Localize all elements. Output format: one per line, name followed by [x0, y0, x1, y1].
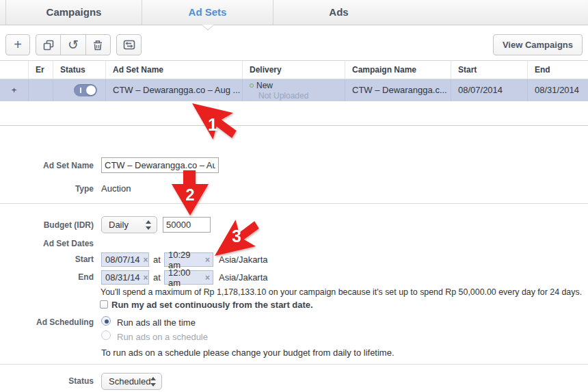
budget-amount-input[interactable] [163, 217, 211, 233]
table-row[interactable]: + CTW – Dewarangga.co – Aug ... New Not … [0, 79, 588, 101]
run-all-time-label[interactable]: Run ads all the time [117, 317, 196, 328]
clear-start-time-icon[interactable]: × [205, 256, 210, 264]
at-text: at [153, 254, 161, 265]
delivery-substatus-text: Not Uploaded [250, 91, 345, 101]
ad-scheduling-label: Ad Scheduling [0, 317, 94, 327]
annotation-number-2: 2 [185, 185, 194, 204]
section-divider [0, 203, 588, 204]
edit-actions-button-group: ↺ [36, 34, 111, 55]
col-header-status[interactable]: Status [53, 61, 106, 79]
radio-selected-dot-icon [105, 319, 109, 324]
col-header-end[interactable]: End [528, 61, 588, 79]
status-select[interactable]: Scheduled [101, 373, 162, 390]
row-ad-set-name: CTW – Dewarangga.co – Aug ... [106, 79, 243, 101]
row-start-date: 08/07/2014 [451, 79, 528, 101]
delivery-status-text: New [256, 81, 273, 90]
col-header-campaign-name[interactable]: Campaign Name [345, 61, 451, 79]
annotation-arrow-2: 2 [170, 170, 211, 217]
end-time-field[interactable]: 12:00 am × [164, 270, 213, 285]
end-label: End [0, 272, 94, 282]
annotation-number-3: 3 [232, 226, 241, 246]
budget-label: Budget (IDR) [0, 220, 94, 230]
run-on-schedule-radio[interactable] [101, 330, 111, 340]
end-date-value: 08/31/14 [105, 272, 140, 283]
ad-set-dates-label: Ad Set Dates [0, 239, 94, 248]
tab-ads[interactable]: Ads [273, 0, 404, 25]
select-stepper-icon [146, 220, 152, 230]
run-on-schedule-label[interactable]: Run ads on a schedule [117, 332, 208, 342]
active-tab-notch-icon [202, 25, 214, 31]
power-editor-window: Campaigns Ad Sets Ads + ↺ [0, 0, 588, 392]
toggle-on-mark-icon [80, 88, 81, 93]
start-date-field[interactable]: 08/07/14 × [101, 252, 149, 267]
spend-maximum-note: You'll spend a maximum of Rp 1,178,133.1… [101, 287, 582, 297]
row-end-date: 08/31/2014 [528, 79, 588, 101]
tab-bar: Campaigns Ad Sets Ads [0, 0, 588, 25]
row-campaign-name: CTW – Dewarangga.c... [345, 79, 451, 101]
undo-icon: ↺ [68, 38, 79, 51]
clear-end-time-icon[interactable]: × [205, 274, 210, 282]
col-header-delivery[interactable]: Delivery [243, 61, 345, 79]
budget-period-value: Daily [109, 220, 129, 230]
ad-set-name-label: Ad Set Name [0, 161, 94, 170]
tab-ad-sets[interactable]: Ad Sets [142, 0, 273, 25]
duplicate-button[interactable] [36, 35, 60, 55]
tab-campaigns[interactable]: Campaigns [5, 0, 142, 25]
start-label: Start [0, 254, 94, 264]
end-time-value: 12:00 am [168, 267, 202, 288]
status-toggle[interactable] [74, 84, 97, 96]
start-date-value: 08/07/14 [105, 254, 140, 265]
trash-icon [92, 39, 104, 51]
table-header-row: Er Status Ad Set Name Delivery Campaign … [0, 61, 588, 79]
toggle-knob [86, 86, 96, 95]
annotation-arrow-1: 1 [190, 102, 241, 144]
delete-button[interactable] [85, 35, 110, 55]
row-status-cell [53, 79, 106, 101]
col-header-ad-set-name[interactable]: Ad Set Name [106, 61, 243, 79]
status-value: Scheduled [109, 376, 150, 387]
sync-export-icon [122, 38, 136, 51]
create-ad-set-button[interactable]: + [5, 34, 30, 55]
run-continuously-checkbox[interactable] [100, 300, 108, 309]
start-time-field[interactable]: 10:29 am × [164, 252, 213, 267]
plus-icon: + [14, 37, 22, 53]
annotation-arrow-3: 3 [213, 219, 269, 257]
delivery-new-icon [250, 83, 254, 88]
table-empty-area [0, 101, 588, 125]
run-continuously-label[interactable]: Run my ad set continuously from the star… [111, 300, 313, 310]
clear-start-date-icon[interactable]: × [144, 256, 148, 264]
row-expand-button[interactable]: + [0, 79, 29, 101]
section-divider [0, 364, 588, 365]
annotation-number-1: 1 [208, 115, 217, 134]
row-error-cell [29, 79, 53, 101]
col-header-errors[interactable]: Er [29, 61, 53, 79]
status-label: Status [0, 376, 94, 386]
clear-end-date-icon[interactable]: × [144, 274, 148, 282]
col-header-expand[interactable] [0, 61, 29, 79]
view-campaigns-button[interactable]: View Campaigns [493, 34, 583, 55]
revert-button[interactable]: ↺ [60, 35, 85, 55]
scheduling-note: To run ads on a schedule please change y… [101, 348, 395, 358]
end-timezone: Asia/Jakarta [219, 272, 268, 283]
type-value: Auction [101, 183, 131, 194]
col-header-start[interactable]: Start [451, 61, 528, 79]
duplicate-icon [42, 39, 55, 51]
export-import-button[interactable] [116, 34, 142, 55]
type-label: Type [0, 184, 94, 194]
at-text: at [153, 272, 161, 283]
budget-period-select[interactable]: Daily [101, 216, 157, 233]
row-delivery-cell: New Not Uploaded [243, 79, 345, 101]
end-date-field[interactable]: 08/31/14 × [101, 270, 149, 285]
run-all-time-radio[interactable] [101, 316, 111, 326]
select-stepper-icon [150, 377, 157, 387]
ad-sets-table: Er Status Ad Set Name Delivery Campaign … [0, 60, 588, 126]
